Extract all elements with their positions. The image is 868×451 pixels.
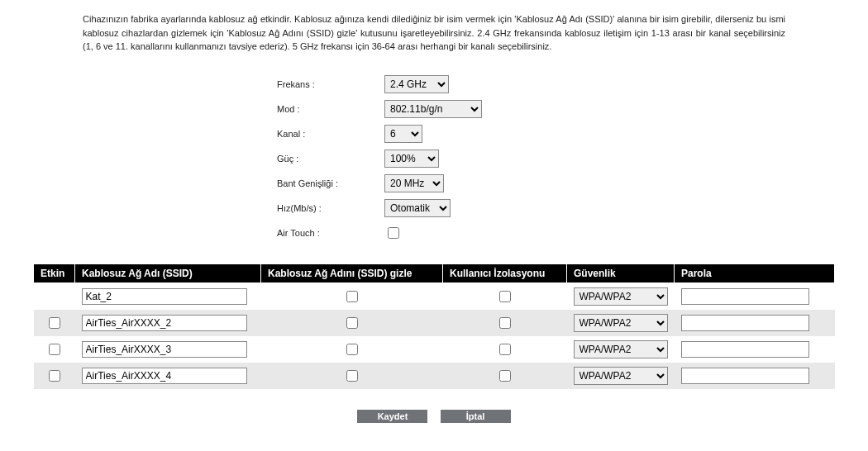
password-input[interactable] [681,341,809,358]
th-security: Güvenlik [567,263,675,282]
security-select[interactable]: WPA/WPA2 [574,314,668,332]
table-row: WPA/WPA2 [34,336,835,363]
bandwidth-label: Bant Genişliği : [277,178,384,188]
hide-ssid-checkbox[interactable] [346,317,358,329]
password-input[interactable] [681,368,809,384]
intro-text: Cihazınızın fabrika ayarlarında kablosuz… [83,12,785,54]
rate-label: Hız(Mb/s) : [277,203,384,213]
th-password: Parola [675,263,835,282]
channel-select[interactable]: 6 [384,125,422,143]
th-hide: Kablosuz Ağ Adını (SSID) gizle [261,263,443,282]
frequency-select[interactable]: 2.4 GHz [384,75,449,93]
enabled-checkbox[interactable] [49,317,60,329]
power-select[interactable]: 100% [384,150,439,168]
channel-label: Kanal : [277,129,384,139]
enabled-checkbox[interactable] [49,344,60,355]
isolation-checkbox[interactable] [499,344,511,355]
table-row: WPA/WPA2 [34,282,835,310]
table-row: WPA/WPA2 [34,310,835,336]
settings-block: Frekans : 2.4 GHz Mod : 802.11b/g/n Kana… [277,74,591,243]
bandwidth-select[interactable]: 20 MHz [384,174,444,192]
th-ssid: Kablosuz Ağ Adı (SSID) [75,263,261,282]
ssid-table: Etkin Kablosuz Ağ Adı (SSID) Kablosuz Ağ… [33,263,835,389]
ssid-input[interactable] [82,368,247,384]
table-row: WPA/WPA2 [34,363,835,389]
th-enabled: Etkin [34,263,75,282]
isolation-checkbox[interactable] [499,317,511,329]
security-select[interactable]: WPA/WPA2 [574,340,668,358]
rate-select[interactable]: Otomatik [384,199,451,217]
save-button[interactable]: Kaydet [357,410,427,423]
security-select[interactable]: WPA/WPA2 [574,287,668,306]
th-isolation: Kullanıcı İzolasyonu [443,263,567,282]
mode-label: Mod : [277,104,384,114]
airtouch-label: Air Touch : [277,228,384,238]
password-input[interactable] [681,315,809,331]
hide-ssid-checkbox[interactable] [346,370,358,382]
password-input[interactable] [681,288,809,305]
power-label: Güç : [277,154,384,164]
ssid-input[interactable] [82,315,247,331]
frequency-label: Frekans : [277,79,384,89]
isolation-checkbox[interactable] [499,370,511,382]
hide-ssid-checkbox[interactable] [346,291,358,302]
ssid-input[interactable] [82,288,247,305]
security-select[interactable]: WPA/WPA2 [574,367,668,385]
mode-select[interactable]: 802.11b/g/n [384,100,482,118]
enabled-checkbox[interactable] [49,370,60,382]
ssid-input[interactable] [82,341,247,358]
airtouch-checkbox[interactable] [388,227,399,239]
hide-ssid-checkbox[interactable] [346,344,358,355]
cancel-button[interactable]: İptal [441,410,511,423]
isolation-checkbox[interactable] [499,291,511,302]
